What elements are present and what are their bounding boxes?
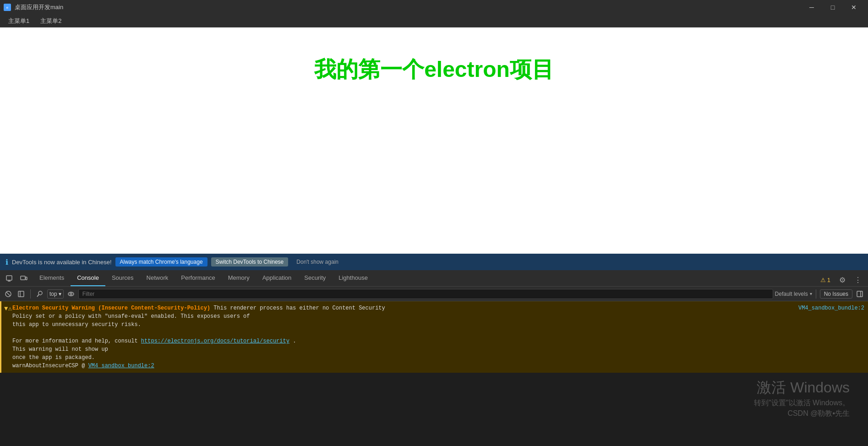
always-match-chrome-language-button[interactable]: Always match Chrome's language xyxy=(115,257,207,267)
eye-button[interactable] xyxy=(66,288,76,299)
tab-sources[interactable]: Sources xyxy=(105,270,140,286)
filter-input[interactable] xyxy=(78,289,773,299)
minimize-button[interactable]: ─ xyxy=(801,0,822,15)
no-issues-button[interactable]: No Issues xyxy=(820,289,852,299)
warning-icon: ⚠ xyxy=(820,277,826,283)
svg-text:e: e xyxy=(6,5,9,10)
switch-devtools-to-chinese-button[interactable]: Switch DevTools to Chinese xyxy=(211,257,289,267)
devtools-tab-right: ⚠ 1 ⚙ ⋮ xyxy=(814,273,868,286)
tab-application[interactable]: Application xyxy=(256,270,298,286)
menu-item-2[interactable]: 主菜单2 xyxy=(36,15,66,27)
titlebar-left: e 桌面应用开发main xyxy=(4,3,63,11)
titlebar-controls: ─ □ ✕ xyxy=(801,0,864,15)
tab-performance[interactable]: Performance xyxy=(175,270,221,286)
svg-rect-9 xyxy=(18,291,24,297)
security-link[interactable]: https://electronjs.org/docs/tutorial/sec… xyxy=(141,338,289,344)
sandbox-bundle-link[interactable]: VM4_sandbox_bundle:2 xyxy=(88,363,154,369)
warning-text-3: this app to unnecessary security risks. xyxy=(12,321,141,328)
toolbar-divider-2 xyxy=(816,289,816,299)
titlebar-title: 桌面应用开发main xyxy=(15,3,63,11)
lang-bar-text: DevTools is now available in Chinese! xyxy=(12,259,112,266)
svg-line-12 xyxy=(37,294,39,297)
svg-rect-15 xyxy=(857,291,863,297)
tab-elements[interactable]: Elements xyxy=(33,270,71,286)
svg-rect-6 xyxy=(26,277,27,280)
svg-rect-2 xyxy=(6,276,12,280)
toolbar-divider-1 xyxy=(30,289,31,299)
devtools-tabs: Elements Console Sources Network Perform… xyxy=(0,270,868,287)
warning-count: 1 xyxy=(827,277,830,283)
devtools-tab-left-icons xyxy=(0,270,33,286)
tab-lighthouse[interactable]: Lighthouse xyxy=(332,270,374,286)
sidebar-toggle-button[interactable] xyxy=(854,288,865,299)
app-icon: e xyxy=(4,4,11,11)
console-toolbar: top ▾ Default levels ▾ No Issues xyxy=(0,287,868,301)
warning-text-7: This warning will not show up xyxy=(12,346,108,353)
tab-console[interactable]: Console xyxy=(71,270,105,286)
more-options-button[interactable]: ⋮ xyxy=(852,273,864,286)
svg-rect-5 xyxy=(21,276,25,280)
tab-network[interactable]: Network xyxy=(140,270,175,286)
tab-memory[interactable]: Memory xyxy=(222,270,256,286)
info-icon: ℹ xyxy=(5,258,8,267)
device-toolbar-button[interactable] xyxy=(17,272,30,285)
warning-text-1: This renderer process has either no Cont… xyxy=(213,305,385,311)
warning-text-9: warnAboutInsecureCSP @ xyxy=(12,363,88,369)
chevron-down-icon-levels: ▾ xyxy=(810,291,812,296)
svg-point-14 xyxy=(70,293,72,295)
chevron-down-icon: ▾ xyxy=(59,291,61,297)
console-output: ▼⚠ VM4_sandbox_bundle:2 Electron Securit… xyxy=(0,301,868,446)
titlebar: e 桌面应用开发main ─ □ ✕ xyxy=(0,0,868,15)
menubar: 主菜单1 主菜单2 xyxy=(0,15,868,27)
toggle-sidebar-button[interactable] xyxy=(16,288,27,299)
settings-button[interactable]: ⚙ xyxy=(836,273,849,286)
maximize-button[interactable]: □ xyxy=(822,0,843,15)
svg-point-13 xyxy=(68,292,74,296)
warning-badge[interactable]: ⚠ 1 xyxy=(818,277,833,283)
tab-security[interactable]: Security xyxy=(298,270,332,286)
svg-line-8 xyxy=(6,292,10,296)
warning-text-6: . xyxy=(293,338,296,344)
source-ref-link[interactable]: VM4_sandbox_bundle:2 xyxy=(798,304,864,312)
warning-triangle-icon: ▼⚠ xyxy=(4,304,12,314)
default-levels-label: Default levels xyxy=(775,291,808,297)
inspect-element-button[interactable] xyxy=(3,272,16,285)
devtools-panel: ℹ DevTools is now available in Chinese! … xyxy=(0,254,868,446)
app-heading: 我的第一个electron项目 xyxy=(314,55,554,84)
context-dropdown[interactable]: top ▾ xyxy=(47,289,64,299)
filter-messages-button[interactable] xyxy=(34,288,45,299)
clear-console-button[interactable] xyxy=(3,288,14,299)
svg-point-11 xyxy=(38,291,42,295)
close-button[interactable]: ✕ xyxy=(843,0,864,15)
context-label: top xyxy=(49,291,57,297)
warning-text-5: For more information and help, consult xyxy=(12,338,138,344)
dont-show-again-button[interactable]: Don't show again xyxy=(292,257,343,267)
warning-text-2: Policy set or a policy with "unsafe-eval… xyxy=(12,313,250,320)
app-content: 我的第一个electron项目 xyxy=(0,27,868,254)
warning-text-8: once the app is packaged. xyxy=(12,354,95,361)
menu-item-1[interactable]: 主菜单1 xyxy=(4,15,34,27)
lang-notification-bar: ℹ DevTools is now available in Chinese! … xyxy=(0,254,868,270)
console-warning-message: ▼⚠ VM4_sandbox_bundle:2 Electron Securit… xyxy=(0,301,868,373)
warning-highlight-text: Electron Security Warning (Insecure Cont… xyxy=(12,305,210,311)
